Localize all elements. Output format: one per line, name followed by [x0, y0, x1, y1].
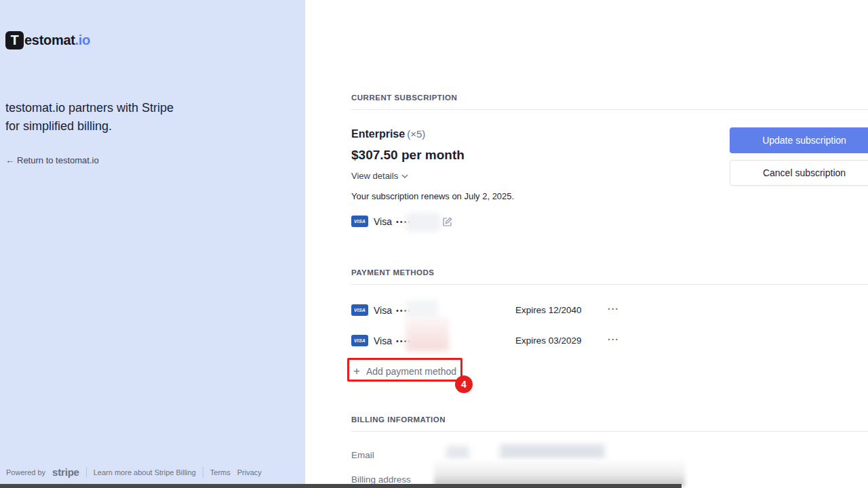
renewal-text: Your subscription renews on July 2, 2025… [351, 191, 514, 201]
card-brand-label: Visa [374, 216, 392, 227]
redacted-card-number [406, 300, 438, 319]
redaction-bar [0, 484, 682, 488]
card-brand-label: Visa [374, 305, 392, 316]
edit-card-button[interactable] [443, 217, 452, 226]
testomat-logo-icon: T [5, 31, 24, 49]
subscription-card-row: VISA Visa •••• [351, 216, 412, 227]
learn-more-link[interactable]: Learn more about Stripe Billing [94, 468, 196, 476]
overflow-menu-icon[interactable]: ··· [608, 334, 619, 345]
sidebar-footer: Powered by stripe Learn more about Strip… [6, 466, 262, 478]
card-expiry: Expires 03/2029 [515, 336, 582, 346]
card-brand-label: Visa [374, 336, 392, 346]
section-divider [351, 431, 868, 432]
plan-name: Enterprise [351, 128, 405, 140]
chevron-down-icon [401, 174, 408, 178]
partner-tagline: testomat.io partners with Stripe for sim… [5, 99, 182, 136]
return-link-label: Return to testomat.io [17, 155, 99, 165]
plan-quantity: (×5) [407, 128, 425, 140]
payment-method-row: VISA Visa •••• [351, 304, 412, 316]
billing-address-label: Billing address [351, 474, 411, 485]
logo-word: estomat [24, 33, 75, 48]
stripe-logo[interactable]: stripe [52, 466, 79, 478]
redacted-address-value [434, 458, 685, 487]
plus-icon: + [353, 365, 360, 378]
sidebar: Testomat.io testomat.io partners with St… [0, 0, 305, 488]
visa-card-icon: VISA [351, 216, 368, 227]
add-payment-method-label: Add payment method [366, 366, 456, 377]
view-details-label: View details [351, 171, 398, 181]
testomat-logo[interactable]: Testomat.io [5, 31, 90, 49]
billing-information-heading: BILLING INFORMATION [351, 415, 446, 424]
footer-divider [86, 467, 87, 478]
section-divider [351, 284, 868, 285]
card-expiry: Expires 12/2040 [515, 305, 582, 315]
footer-divider [203, 467, 203, 478]
logo-tld: .io [75, 33, 90, 48]
plan-price: $307.50 per month [351, 148, 465, 163]
edit-pencil-icon [443, 217, 452, 226]
email-label: Email [351, 450, 374, 460]
redacted-card-number [406, 317, 449, 351]
visa-card-icon: VISA [351, 304, 368, 316]
plan-row: Enterprise(×5) [351, 128, 425, 140]
terms-link[interactable]: Terms [210, 468, 231, 476]
visa-card-icon: VISA [351, 335, 368, 346]
main-content: CURRENT SUBSCRIPTION Enterprise(×5) $307… [305, 0, 868, 488]
overflow-menu-icon[interactable]: ··· [608, 304, 619, 314]
arrow-left-icon: ← [5, 155, 14, 165]
section-divider [351, 109, 868, 110]
redacted-card-number [406, 213, 441, 232]
return-link[interactable]: ← Return to testomat.io [5, 155, 99, 165]
current-subscription-heading: CURRENT SUBSCRIPTION [351, 94, 457, 102]
view-details-toggle[interactable]: View details [351, 171, 408, 181]
annotation-step-badge: 4 [455, 375, 473, 393]
add-payment-method-button[interactable]: + Add payment method [353, 365, 456, 378]
update-subscription-button[interactable]: Update subscription [730, 127, 868, 153]
cancel-subscription-button[interactable]: Cancel subscription [730, 160, 868, 186]
privacy-link[interactable]: Privacy [237, 468, 262, 476]
powered-by-label: Powered by [6, 468, 45, 476]
payment-method-row: VISA Visa •••• [351, 335, 412, 346]
payment-methods-heading: PAYMENT METHODS [351, 268, 435, 277]
